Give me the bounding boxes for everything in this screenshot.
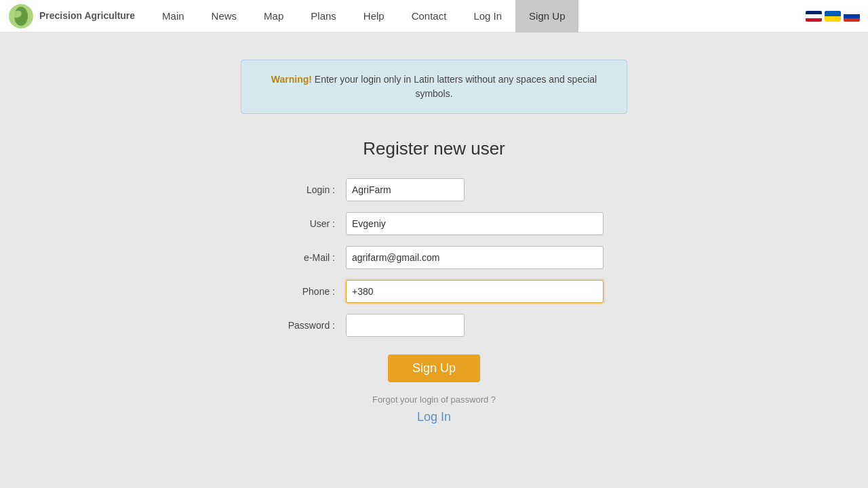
signup-button[interactable]: Sign Up [388, 354, 480, 382]
password-row: Password : [264, 314, 604, 337]
login-label: Login : [264, 184, 346, 195]
register-form: Register new user Login : User : e-Mail … [14, 138, 854, 424]
main-content: Warning! Enter your login only in Latin … [0, 33, 868, 451]
phone-row: Phone : [264, 280, 604, 303]
nav-contact[interactable]: Contact [398, 0, 460, 33]
user-input[interactable] [346, 212, 604, 235]
nav-map[interactable]: Map [250, 0, 297, 33]
phone-input[interactable] [346, 280, 604, 303]
nav-links: Main News Map Plans Help Contact Log In … [149, 0, 806, 33]
email-label: e-Mail : [264, 252, 346, 263]
login-row: Login : [264, 178, 604, 201]
nav-plans[interactable]: Plans [297, 0, 350, 33]
logo-icon [8, 3, 34, 29]
language-switcher [806, 11, 860, 22]
lang-ru-flag[interactable] [844, 11, 860, 22]
password-label: Password : [264, 320, 346, 331]
password-input[interactable] [346, 314, 465, 337]
nav-main[interactable]: Main [149, 0, 198, 33]
lang-en-flag[interactable] [806, 11, 822, 22]
nav-help[interactable]: Help [350, 0, 398, 33]
navigation: Precision Agriculture Main News Map Plan… [0, 0, 868, 33]
warning-text: Enter your login only in Latin latters w… [312, 74, 597, 99]
form-title: Register new user [363, 138, 505, 159]
warning-box: Warning! Enter your login only in Latin … [241, 60, 627, 114]
email-input[interactable] [346, 246, 604, 269]
lang-ua-flag[interactable] [825, 11, 841, 22]
phone-label: Phone : [264, 286, 346, 297]
logo[interactable]: Precision Agriculture [8, 3, 135, 29]
nav-login[interactable]: Log In [460, 0, 515, 33]
warning-label: Warning! [271, 74, 312, 85]
user-row: User : [264, 212, 604, 235]
logo-text: Precision Agriculture [39, 10, 135, 22]
nav-signup[interactable]: Sign Up [515, 0, 578, 33]
nav-news[interactable]: News [198, 0, 251, 33]
forgot-text: Forgot your login of password ? [372, 394, 496, 405]
login-input[interactable] [346, 178, 465, 201]
user-label: User : [264, 218, 346, 229]
login-link[interactable]: Log In [417, 410, 451, 424]
email-row: e-Mail : [264, 246, 604, 269]
